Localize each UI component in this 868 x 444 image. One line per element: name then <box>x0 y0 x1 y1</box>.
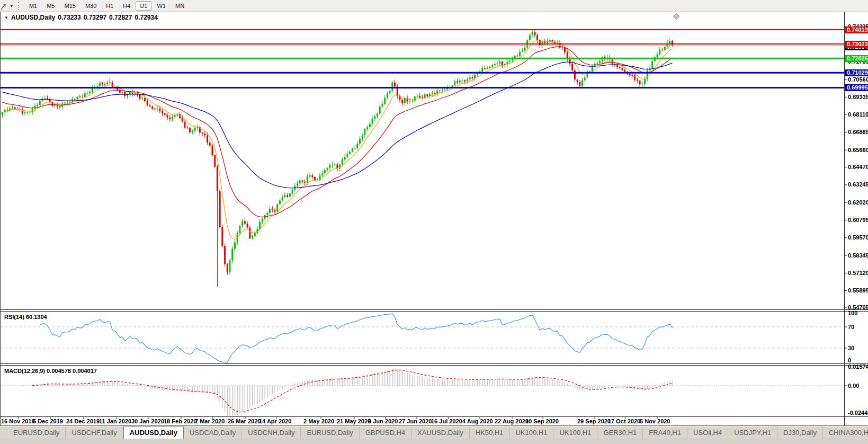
date-label: 16 Nov 2019 <box>1 418 35 424</box>
ohlc-close: 0.72934 <box>135 14 157 21</box>
symbol-dropdown-icon[interactable]: ▼ <box>4 15 8 20</box>
ohlc-low: 0.72827 <box>109 14 132 21</box>
rsi-line <box>40 314 672 362</box>
tab-china300-h1[interactable]: CHINA300,H1 <box>823 427 868 439</box>
date-label: 11 Jan 2020 <box>99 418 131 424</box>
date-label: 26 Mar 2020 <box>228 418 261 424</box>
tab-eurusd-daily[interactable]: EURUSD,Daily <box>7 427 66 439</box>
tab-fra40-h1[interactable]: FRA40,H1 <box>643 427 687 439</box>
mt4-window: ▼ M1M5M15M30H1H4D1W1MN ▼AUDUSD,Daily0.73… <box>0 0 868 444</box>
date-label: 29 Sep 2020 <box>577 418 611 424</box>
ohlc-open: 0.73233 <box>58 14 80 21</box>
date-label: 9 Jun 2020 <box>368 418 398 424</box>
tab-uk100-h1[interactable]: UK100,H1 <box>553 427 597 439</box>
macd-indicator-label: MACD(12,26,9) 0.004578 0.004017 <box>4 368 97 374</box>
tab-usdcnh-daily[interactable]: USDCNH,Daily <box>242 427 301 439</box>
tab-ger30-h1[interactable]: GER30,H1 <box>597 427 643 439</box>
tab-usdcad-daily[interactable]: USDCAD,Daily <box>184 427 242 439</box>
macd-histogram <box>22 368 672 415</box>
tab-eurusd-daily[interactable]: EURUSD,Daily <box>301 427 359 439</box>
tab-usdjpy-h1[interactable]: USDJPY,H1 <box>728 427 777 439</box>
tab-usoil-h4[interactable]: USOil,H4 <box>687 427 728 439</box>
tab-uk100-h1[interactable]: UK100,H1 <box>509 427 553 439</box>
tab-dj30-daily[interactable]: DJ30,Daily <box>777 427 823 439</box>
date-label: 10 Sep 2020 <box>525 418 559 424</box>
date-label: 21 May 2020 <box>337 418 371 424</box>
date-label: 27 Jun 2020 <box>399 418 432 424</box>
chart-shift-marker-icon[interactable] <box>673 14 679 20</box>
rsi-indicator-label: RSI(14) 60.1304 <box>4 314 47 320</box>
chart-canvas[interactable] <box>0 0 868 444</box>
tab-xauusd-daily[interactable]: XAUUSD,Daily <box>411 427 470 439</box>
tab-usdchf-daily[interactable]: USDCHF,Daily <box>66 427 123 439</box>
ohlc-high: 0.73297 <box>84 14 106 21</box>
status-strip <box>0 439 868 444</box>
date-label: 2 May 2020 <box>303 418 334 424</box>
chart-title: ▼AUDUSD,Daily0.732330.732970.728270.7293… <box>4 14 160 21</box>
tab-gbpusd-h4[interactable]: GBPUSD,H4 <box>360 427 411 439</box>
date-label: 22 Aug 2020 <box>495 418 529 424</box>
date-label: 18 Feb 2020 <box>164 418 196 424</box>
chart-tabs: EURUSD,DailyUSDCHF,DailyAUDUSD,DailyUSDC… <box>0 426 868 439</box>
date-label: 30 Jan 2020 <box>131 418 164 424</box>
tab-audusd-daily[interactable]: AUDUSD,Daily <box>123 426 184 439</box>
date-label: 5 Dec 2019 <box>33 418 63 424</box>
date-label: 4 Aug 2020 <box>462 418 493 424</box>
date-label: 16 Jul 2020 <box>431 418 462 424</box>
tab-hk50-h1[interactable]: HK50,H1 <box>470 427 510 439</box>
chart-symbol: AUDUSD,Daily <box>11 14 55 21</box>
date-label: 24 Dec 2019 <box>66 418 100 424</box>
date-label: 14 Apr 2020 <box>259 418 291 424</box>
date-label: 7 Mar 2020 <box>195 418 225 424</box>
candlestick-series <box>2 29 673 287</box>
macd-signal-line <box>32 370 672 412</box>
ma-fast-line <box>3 41 673 239</box>
date-label: 17 Oct 2020 <box>608 418 640 424</box>
date-label: 5 Nov 2020 <box>640 418 670 424</box>
